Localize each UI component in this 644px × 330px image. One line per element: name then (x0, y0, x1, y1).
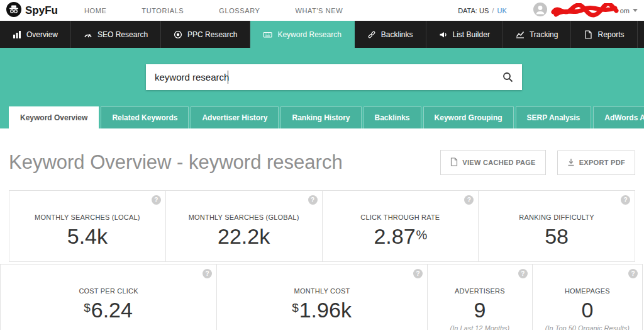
tab-label: AdWords Advisor (604, 113, 644, 122)
tab-label: Keyword Grouping (435, 113, 502, 122)
stat-card-ranking-difficulty: ? RANKING DIFFICULTY 58 (478, 190, 635, 262)
data-label: DATA: (458, 7, 477, 14)
mainnav-item-backlinks[interactable]: Backlinks (355, 21, 426, 48)
tab-backlinks[interactable]: Backlinks (364, 106, 421, 128)
download-icon (567, 158, 575, 168)
value-number: 58 (545, 224, 569, 248)
text-cursor (228, 71, 228, 84)
tab-adwords-advisor[interactable]: AdWords Advisor (593, 106, 644, 128)
mainnav-label: Overview (26, 30, 58, 39)
mainnav-item-overview[interactable]: Overview (0, 21, 71, 48)
stat-label: RANKING DIFFICULTY (479, 213, 635, 221)
stats-row-1: ? MONTHLY SEARCHES (LOCAL) 5.4k ? MONTHL… (9, 190, 635, 262)
chevron-down-icon (633, 9, 638, 12)
value-number: 6.24 (91, 298, 133, 322)
tab-serp-analysis[interactable]: SERP Analysis (516, 106, 592, 128)
help-icon[interactable]: ? (152, 195, 161, 205)
mainnav-label: Backlinks (381, 30, 413, 39)
megaphone-icon (439, 30, 448, 39)
help-icon[interactable]: ? (628, 269, 638, 278)
mainnav-item-reports[interactable]: Reports (571, 21, 637, 48)
stat-value: 5.4k (9, 224, 165, 249)
topnav-item-whats-new[interactable]: WHAT'S NEW (295, 7, 343, 14)
value-number: 9 (474, 298, 486, 322)
mainnav-label: Tracking (530, 30, 558, 39)
tab-label: SERP Analysis (527, 113, 580, 122)
stat-card-homepages: ? HOMEPAGES 0 (In Top 50 Organic Results… (532, 264, 643, 330)
tab-keyword-overview[interactable]: Keyword Overview (9, 106, 99, 128)
region-us[interactable]: US (479, 7, 489, 14)
account-menu[interactable]: om (533, 3, 638, 19)
stat-card-monthly-searches-global: ? MONTHLY SEARCHES (GLOBAL) 22.2k (165, 190, 323, 262)
sub-tabs: Keyword Overview Related Keywords Advert… (9, 106, 644, 128)
topnav-item-tutorials[interactable]: TUTORIALS (142, 7, 184, 14)
data-region-switch: DATA: US / UK (458, 7, 507, 14)
document-icon (584, 30, 592, 39)
stat-value: 2.87% (323, 224, 479, 249)
value-number: 5.4k (67, 224, 108, 248)
stat-card-cost-per-click: ? COST PER CLICK $6.24 (0, 264, 217, 330)
help-icon[interactable]: ? (308, 195, 318, 205)
stat-value: $6.24 (1, 298, 216, 322)
mainnav-item-tracking[interactable]: Tracking (503, 21, 572, 48)
line-chart-icon (516, 30, 525, 39)
page-header: Keyword Overview - keyword research VIEW… (9, 150, 635, 175)
avatar-icon (533, 3, 547, 19)
tab-advertiser-history[interactable]: Advertiser History (191, 106, 279, 128)
stats-row-2: ? COST PER CLICK $6.24 ? MONTHLY COST $1… (0, 264, 644, 330)
value-number: 1.96k (299, 298, 352, 322)
stat-label: MONTHLY SEARCHES (GLOBAL) (166, 213, 322, 221)
top-bar: SpyFu HOME TUTORIALS GLOSSARY WHAT'S NEW… (0, 0, 644, 21)
tab-label: Ranking History (292, 113, 350, 122)
value-suffix: % (416, 228, 428, 242)
tab-related-keywords[interactable]: Related Keywords (101, 106, 189, 128)
view-cached-page-button[interactable]: VIEW CACHED PAGE (440, 150, 545, 175)
stat-value: 22.2k (166, 224, 322, 249)
mainnav-label: Keyword Research (277, 30, 341, 39)
tab-keyword-grouping[interactable]: Keyword Grouping (423, 106, 514, 128)
value-number: 0 (581, 298, 593, 322)
topnav-item-home[interactable]: HOME (84, 7, 106, 14)
tab-label: Advertiser History (202, 113, 267, 122)
stat-label: ADVERTISERS (428, 287, 532, 295)
mainnav-item-seo-research[interactable]: SEO Research (71, 21, 161, 48)
hero-section: Keyword Overview Related Keywords Advert… (0, 48, 644, 128)
spyfu-logo[interactable]: SpyFu (6, 2, 58, 20)
bar-chart-icon (13, 30, 21, 39)
help-icon[interactable]: ? (203, 269, 212, 278)
search-button[interactable] (493, 64, 522, 90)
redaction-scribble (551, 3, 619, 18)
help-icon[interactable]: ? (621, 195, 630, 205)
mainnav-item-keyword-research[interactable]: Keyword Research (250, 21, 354, 48)
stat-value: 58 (479, 224, 635, 249)
mainnav-label: Reports (597, 30, 624, 39)
mainnav-label: SEO Research (97, 30, 148, 39)
stat-label: MONTHLY COST (217, 287, 427, 295)
region-separator: / (492, 7, 494, 14)
stat-card-monthly-cost: ? MONTHLY COST $1.96k (216, 264, 428, 330)
page-title: Keyword Overview - keyword research (9, 151, 429, 174)
export-pdf-button[interactable]: EXPORT PDF (557, 151, 635, 175)
account-visible-text: om (620, 7, 630, 14)
main-nav: Overview SEO Research PPC Research Keywo… (0, 21, 644, 48)
export-pdf-label: EXPORT PDF (579, 159, 625, 166)
help-icon[interactable]: ? (413, 269, 423, 278)
stat-label: HOMEPAGES (533, 287, 642, 295)
help-icon[interactable]: ? (464, 195, 474, 205)
stat-label: CLICK THROUGH RATE (323, 213, 479, 221)
help-icon[interactable]: ? (518, 269, 528, 278)
tab-label: Backlinks (375, 113, 410, 122)
region-uk-link[interactable]: UK (497, 7, 506, 14)
value-number: 22.2k (218, 224, 270, 248)
brand-name: SpyFu (25, 4, 58, 17)
keyword-search-input[interactable] (146, 64, 493, 90)
stat-label: COST PER CLICK (1, 287, 216, 295)
gauge-icon (84, 30, 92, 39)
mainnav-item-list-builder[interactable]: List Builder (426, 21, 503, 48)
stat-card-monthly-searches-local: ? MONTHLY SEARCHES (LOCAL) 5.4k (9, 190, 166, 262)
tab-label: Related Keywords (112, 113, 177, 122)
tab-ranking-history[interactable]: Ranking History (280, 106, 361, 128)
mainnav-item-ppc-research[interactable]: PPC Research (161, 21, 250, 48)
topnav-item-glossary[interactable]: GLOSSARY (219, 7, 260, 14)
stat-card-advertisers: ? ADVERTISERS 9 (In Last 12 Months) (427, 264, 533, 330)
